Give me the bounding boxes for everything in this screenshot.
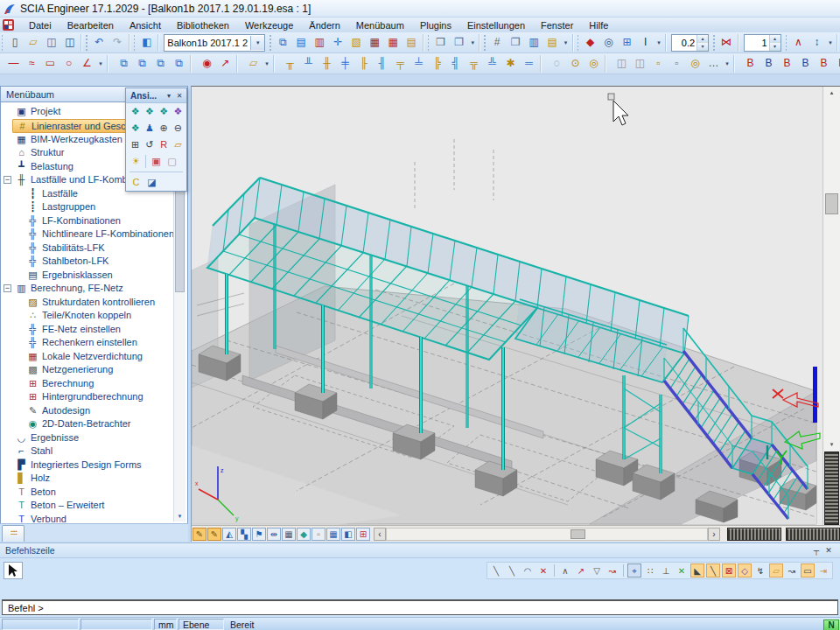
draw-circle-button[interactable]: ○ xyxy=(60,54,78,73)
beam-backward-button[interactable]: B xyxy=(760,54,778,73)
snap-plane-button[interactable]: ▽ xyxy=(590,564,604,578)
beam-detail-button[interactable]: B xyxy=(815,54,833,73)
table-view-button[interactable]: ⊞ xyxy=(356,528,370,541)
undo-button[interactable]: ↶ xyxy=(90,33,108,52)
tree-scroll-down-icon[interactable]: ▼ xyxy=(174,512,186,522)
save-project-button[interactable]: ◫ xyxy=(42,33,60,52)
coordinate-system-button[interactable]: ✛ xyxy=(329,33,347,52)
pen-layer-2-button[interactable]: ✎ xyxy=(207,528,221,541)
snap-vector-button[interactable]: ↗ xyxy=(574,564,588,578)
beam-rename-button[interactable]: R xyxy=(833,54,840,73)
find-button[interactable]: ◎ xyxy=(599,33,618,52)
menu-bibliotheken[interactable]: Bibliotheken xyxy=(169,19,237,32)
tree-item-nichtlineare-lf-kombinationen[interactable]: ╬Nichtlineare LF-Kombinationen xyxy=(1,228,187,242)
tree-item-integriertes-design-forms[interactable]: ▛Integriertes Design Forms xyxy=(1,458,187,472)
select-previous-button[interactable]: ◎ xyxy=(584,54,603,73)
tree-item-holz[interactable]: ▋Holz xyxy=(1,472,187,486)
search-members-button[interactable]: ◫ xyxy=(612,54,631,73)
command-panel-header[interactable]: Befehlszeile ┬ ✕ xyxy=(0,543,840,558)
paper-document-button[interactable]: ▤ xyxy=(543,33,562,52)
stepper-down-icon[interactable]: ▾ xyxy=(697,43,708,51)
active-view-combo[interactable]: Balkon1b 2017.1 2▾ xyxy=(164,34,265,52)
filter-members-button[interactable]: ▫ xyxy=(649,54,668,73)
ansicht-dropdown-icon[interactable]: ▾ xyxy=(164,92,174,100)
3d-viewport[interactable]: z x y ▴ ▾ ✎✎◭▚⚑⇹▦◆▫▦◧⊞ ‹ › xyxy=(191,86,840,542)
window-copy-1-button[interactable]: ⧉ xyxy=(115,54,133,73)
snap-perpendicular-button[interactable]: ⊥ xyxy=(659,564,673,578)
view-person-button[interactable]: ♟ xyxy=(143,121,156,136)
selection-cursor-button[interactable] xyxy=(4,562,23,579)
scroll-up-icon[interactable]: ▴ xyxy=(823,87,840,99)
ansicht-panel-header[interactable]: Ansi... ▾ ✕ xyxy=(126,88,186,103)
beam-exchange-button[interactable]: B xyxy=(778,54,796,73)
tree-item-lokale-netzverdichtung[interactable]: ▦Lokale Netzverdichtung xyxy=(1,350,187,364)
document-window-button[interactable]: ❐ xyxy=(507,33,525,52)
tree-item-netzgenerierung[interactable]: ▩Netzgenerierung xyxy=(1,363,187,377)
surface-view-button[interactable]: ▦ xyxy=(326,528,340,541)
angle-snap-button[interactable]: ∧ xyxy=(789,33,808,52)
open-drawing-folder-button[interactable]: ▱ xyxy=(244,54,262,73)
tree-item-beton[interactable]: TBeton xyxy=(1,486,187,500)
wireframe-view-button[interactable]: ▫ xyxy=(312,528,326,541)
tree-item-berechnung-fe-netz[interactable]: −▥Berechnung, FE-Netz xyxy=(1,282,187,296)
member-support-button[interactable]: ╩ xyxy=(483,54,501,73)
view-xz-button[interactable]: ❖ xyxy=(158,104,171,119)
horizontal-scroll-thumb[interactable] xyxy=(570,529,585,539)
select-cursor-button[interactable]: ◌ xyxy=(548,54,566,73)
snap-delete-button[interactable]: ✕ xyxy=(536,564,550,578)
snap-curve-button[interactable]: ↝ xyxy=(606,564,620,578)
stepper-down-icon[interactable]: ▾ xyxy=(770,43,780,51)
view-3d-button[interactable]: ❖ xyxy=(129,121,142,136)
menu-hilfe[interactable]: Hilfe xyxy=(581,19,616,32)
toolbar-more-options-icon[interactable]: ▾ xyxy=(654,34,663,51)
status-indicator-n[interactable]: N xyxy=(823,620,839,630)
snap-arc-center-button[interactable]: ↯ xyxy=(753,564,767,578)
collapse-toggle[interactable]: − xyxy=(4,176,11,184)
viewport-vertical-scrollbar[interactable]: ▴ ▾ xyxy=(822,87,840,526)
member-shell-button[interactable]: ╧ xyxy=(410,54,428,73)
toolbar-more-options-icon[interactable]: ▾ xyxy=(262,55,271,72)
menu-plugins[interactable]: Plugins xyxy=(412,19,459,32)
stretch-view-button[interactable]: ⇹ xyxy=(267,528,281,541)
tree-item-lf-kombinationen[interactable]: ╬LF-Kombinationen xyxy=(1,214,187,228)
toolbar-more-options-icon[interactable]: ▾ xyxy=(96,55,105,72)
tree-item-hintergrundberechnung[interactable]: ⊞Hintergrundberechnung xyxy=(1,390,187,404)
zoom-out-button[interactable]: ⊖ xyxy=(172,121,185,136)
tree-item-teile-knoten-koppeln[interactable]: ∴Teile/Knoten koppeln xyxy=(1,309,187,323)
fill-color-button[interactable]: ◆ xyxy=(581,33,599,52)
zoom-all-button[interactable]: ↺ xyxy=(143,137,156,152)
save-all-button[interactable]: ◫ xyxy=(60,33,79,52)
window-copy-4-button[interactable]: ⧉ xyxy=(170,54,188,73)
snap-intersection-button[interactable]: ✕ xyxy=(675,564,689,578)
binoculars-button[interactable]: ◎ xyxy=(686,54,704,73)
tree-item-stabilitaets-lfk[interactable]: ╬Stabilitäts-LFK xyxy=(1,242,187,256)
beam-forward-button[interactable]: B xyxy=(741,54,760,73)
mesh-display-button[interactable]: ▦ xyxy=(366,33,384,52)
levels-view-button[interactable]: ▚ xyxy=(237,528,251,541)
zoom-in-button[interactable]: ⊕ xyxy=(158,121,171,136)
member-plate-button[interactable]: ╢ xyxy=(373,54,391,73)
tree-item-2d-daten-betrachter[interactable]: ◉2D-Daten-Betrachter xyxy=(1,417,187,431)
tree-item-berechnung[interactable]: ⊞Berechnung xyxy=(1,377,187,391)
zoom-strip[interactable] xyxy=(786,528,840,541)
tree-item-ergebnisklassen[interactable]: ▤Ergebnisklassen xyxy=(1,269,187,283)
member-beam-button[interactable]: ╫ xyxy=(318,54,336,73)
calculation-mesh-button[interactable]: ⊞ xyxy=(618,33,636,52)
view-save-button[interactable]: ▱ xyxy=(172,137,185,152)
clipboard-button[interactable]: ▧ xyxy=(347,33,366,52)
snap-tangent-button[interactable]: ↝ xyxy=(785,564,799,578)
snap-endpoint-button[interactable]: ◣ xyxy=(690,564,704,578)
collapse-toggle[interactable]: − xyxy=(4,284,11,292)
draw-rectangle-button[interactable]: ▭ xyxy=(41,54,60,73)
snap-cross-button[interactable]: ⊠ xyxy=(722,564,736,578)
view-yz-button[interactable]: ❖ xyxy=(172,104,185,119)
gallery-button[interactable]: ▥ xyxy=(311,33,329,52)
merge-nodes-button[interactable]: ⋈ xyxy=(718,33,736,52)
tree-item-rechenkern-einstellen[interactable]: ╬Rechenkern einstellen xyxy=(1,336,187,350)
tree-item-lastgruppen[interactable]: ┋Lastgruppen xyxy=(1,200,187,214)
menu-einstellungen[interactable]: Einstellungen xyxy=(459,19,533,32)
spinner-opacity-input[interactable] xyxy=(672,35,696,51)
text-field-button[interactable]: I xyxy=(636,33,654,52)
member-brace-button[interactable]: ╟ xyxy=(354,54,373,73)
flag-view-button[interactable]: ⚑ xyxy=(252,528,266,541)
